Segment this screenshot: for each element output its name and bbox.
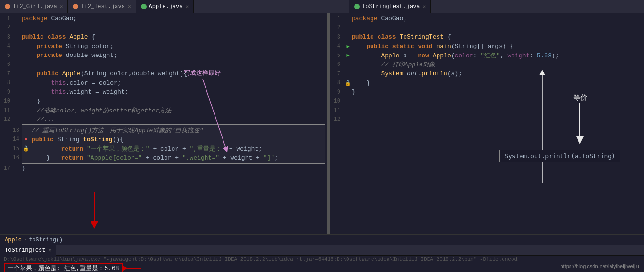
tab-label-ti2girl: Ti2_Girl.java (13, 3, 57, 10)
tab-icon-ti2girl (5, 4, 10, 9)
code-line-right-5: 5 ▶ Apple a = new Apple(color: "红色", wei… (330, 51, 644, 60)
code-line-left-12: 12 //... (0, 115, 327, 125)
code-line-left-9: 9 this.weight = weight; (0, 88, 327, 97)
bottom-area: Apple › toString() ToStringTest ✕ D:\0so… (0, 234, 644, 272)
result-arrow (123, 264, 142, 272)
code-line-left-10: 10 } (0, 97, 327, 106)
tab-label-tostringtest: ToStringTest.java (362, 3, 420, 10)
right-editor: 1 package CaoGao; 2 3 public class ToStr… (330, 13, 644, 234)
tab-ti2girl[interactable]: Ti2_Girl.java ✕ (0, 0, 68, 13)
code-line-left-2: 2 (0, 24, 327, 33)
annotation-equivalent: 等价 (573, 93, 587, 102)
code-line-right-1: 1 package CaoGao; (330, 14, 644, 24)
breadcrumb-class: Apple (5, 237, 22, 243)
tab-ti2test[interactable]: Ti2_Test.java ✕ (68, 0, 136, 13)
code-line-left-16: 16 } return "Appple[color=" + color + ",… (22, 153, 325, 163)
code-line-left-11: 11 //省略color、weight的setter和getter方法 (0, 106, 327, 115)
annotation-write-best: 写成这样最好 (184, 69, 221, 77)
csdn-link[interactable]: https://blog.csdn.net/laiyibeijiweijiu (560, 264, 639, 269)
tab-icon-tostringtest (354, 4, 360, 9)
tab-label-apple: Apple.java (149, 3, 183, 10)
code-line-right-12: 12 (330, 115, 644, 125)
run-icon-4: ▶ (344, 43, 352, 50)
result-line-wrapper: 一个苹果，颜色是: 红色,重量是：5.68 (4, 263, 142, 272)
tab-apple[interactable]: Apple.java ✕ (136, 0, 194, 13)
code-line-left-6: 6 (0, 60, 327, 70)
breakpoint-icon: ● (22, 136, 30, 142)
left-editor: 1 package CaoGao; 2 3 public class Apple… (0, 13, 330, 234)
close-tab-tostringtest[interactable]: ✕ (423, 3, 426, 9)
output-result: 一个苹果，颜色是: 红色,重量是：5.68 (4, 263, 123, 272)
code-line-left-5: 5 private double weight; (0, 51, 327, 60)
code-line-left-14: 14 ● public String toString(){ (22, 135, 325, 144)
close-tab-apple[interactable]: ✕ (186, 3, 189, 9)
lock-icon-right-8: 🔒 (344, 80, 352, 86)
tab-icon-apple (141, 4, 147, 9)
output-tab-tostringtest[interactable]: ToStringTest ✕ (0, 245, 56, 256)
code-line-right-4: 4 ▶ public static void main(String[] arg… (330, 42, 644, 51)
tab-bar: Ti2_Girl.java ✕ Ti2_Test.java ✕ Apple.ja… (0, 0, 644, 13)
tab-label-ti2test: Ti2_Test.java (81, 3, 125, 10)
run-command-line: D:\0software\jdk11\bin\java.exe "-javaag… (4, 256, 522, 262)
code-line-left-3: 3 public class Apple { (0, 32, 327, 42)
annotation-system-out-tostring: System.out.println(a.toString) (499, 150, 620, 162)
code-line-left-1: 1 package CaoGao; (0, 14, 327, 24)
code-line-left-17: 17 } (0, 164, 327, 173)
breadcrumb-bar: Apple › toString() (0, 235, 644, 245)
code-line-left-7: 7 public Apple(String color,double weigh… (0, 69, 327, 79)
code-line-right-6: 6 // 打印Apple对象 (330, 60, 644, 70)
code-line-right-2: 2 (330, 24, 644, 33)
code-line-left-15: 15 🔒 return "一个苹果，颜色是：" + color + ",重量是：… (22, 144, 325, 153)
breadcrumb-method: toString() (29, 237, 63, 243)
run-icon-5: ▶ (344, 52, 352, 59)
code-line-right-8: 8 🔒 } (330, 79, 644, 88)
code-line-right-7: 7 System.out.println(a); (330, 69, 644, 79)
tab-icon-ti2test (73, 4, 78, 9)
output-tab-bar: ToStringTest ✕ (0, 245, 644, 256)
lock-icon-left: 🔒 (22, 145, 30, 152)
close-tab-ti2test[interactable]: ✕ (128, 3, 131, 9)
code-line-right-10: 10 (330, 97, 644, 106)
code-line-left-8: 8 this.color = color; (0, 79, 327, 88)
tab-tostringtest[interactable]: ToStringTest.java ✕ (349, 0, 431, 13)
code-line-right-9: 9 } (330, 88, 644, 97)
code-line-right-3: 3 public class ToStringTest { (330, 32, 644, 42)
code-line-right-11: 11 (330, 106, 644, 115)
code-line-left-4: 4 private String color; (0, 42, 327, 51)
close-tab-ti2girl[interactable]: ✕ (60, 3, 63, 9)
code-line-left-13: 13 // 重写toString()方法，用于实现Apple对象的"自我描述" (22, 126, 325, 135)
output-content: D:\0software\jdk11\bin\java.exe "-javaag… (0, 256, 644, 272)
